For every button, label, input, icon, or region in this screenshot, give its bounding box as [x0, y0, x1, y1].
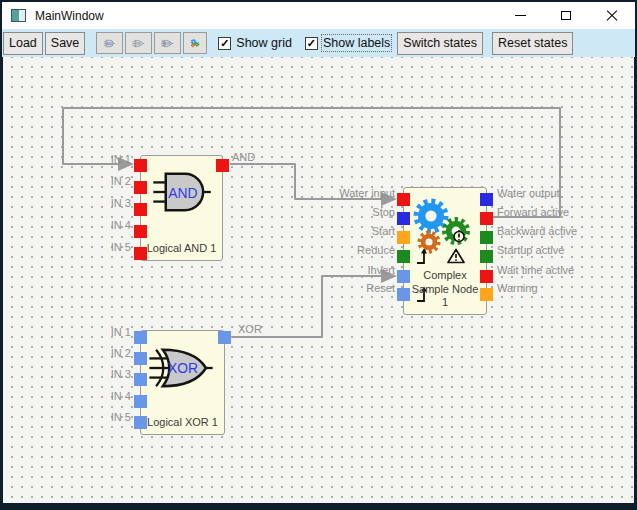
- minimize-button[interactable]: [497, 2, 543, 29]
- complex-input-label-water: Water input: [309, 187, 395, 199]
- svg-text:AND: AND: [168, 185, 197, 201]
- node-logical-and[interactable]: AND Logical AND 1: [140, 155, 223, 261]
- save-button[interactable]: Save: [45, 32, 86, 55]
- maximize-button[interactable]: [543, 2, 589, 29]
- app-window-icon: [11, 9, 26, 22]
- complex-input-label-invert: Invert: [309, 264, 395, 276]
- and-port-in4[interactable]: [134, 225, 147, 238]
- main-window: MainWindow Load Save AND: [0, 0, 637, 510]
- and-in4-label: IN 4: [88, 219, 131, 231]
- complex-output-label-waittime: Wait time active: [497, 264, 574, 276]
- and-port-in2[interactable]: [134, 181, 147, 194]
- complex-input-label-reset: Reset: [309, 282, 395, 294]
- reset-states-button[interactable]: Reset states: [492, 32, 573, 55]
- load-button[interactable]: Load: [3, 32, 43, 55]
- blue-gear-icon: [417, 202, 445, 230]
- toolbar: Load Save AND OR: [2, 29, 635, 57]
- complex-output-label-startup: Startup active: [497, 244, 564, 256]
- xor-gate-icon: XOR: [146, 345, 218, 391]
- complex-output-label-water: Water output: [497, 187, 560, 199]
- xor-in3-label: IN 3: [88, 368, 131, 380]
- close-button[interactable]: [589, 2, 635, 29]
- node-logical-xor[interactable]: XOR Logical XOR 1: [140, 330, 225, 435]
- show-labels-checkbox[interactable]: ✓: [305, 37, 318, 50]
- complex-input-label-reduce: Reduce: [309, 244, 395, 256]
- xor-node-title: Logical XOR 1: [141, 416, 224, 428]
- wires-layer: [3, 57, 634, 503]
- complex-output-label-warning: Warning: [497, 282, 538, 294]
- add-complex-node-button[interactable]: [183, 32, 207, 54]
- and-in5-label: IN 5: [88, 241, 131, 253]
- window-title: MainWindow: [35, 9, 104, 23]
- window-controls: [497, 2, 635, 29]
- window-close-icon: [606, 10, 618, 22]
- complex-output-label-forward: Forward active: [497, 206, 569, 218]
- window-minimize-icon: [515, 15, 526, 16]
- show-labels-label[interactable]: Show labels: [323, 36, 390, 50]
- add-and-node-button[interactable]: AND: [96, 32, 123, 54]
- xor-port-output[interactable]: [218, 331, 231, 344]
- xor-port-in4[interactable]: [134, 395, 147, 408]
- xor-in5-label: IN 5: [88, 411, 131, 423]
- show-grid-group: ✓ Show grid: [218, 36, 292, 50]
- node-complex-sample[interactable]: Complex Sample Node 1: [403, 187, 487, 315]
- complex-output-label-backward: Backward active: [497, 225, 577, 237]
- add-xor-node-button[interactable]: XOR: [154, 32, 181, 54]
- and-in3-label: IN 3: [88, 197, 131, 209]
- show-labels-group: ✓ Show labels: [305, 36, 390, 50]
- warning-triangle-icon: [448, 250, 464, 263]
- complex-input-label-stop: Stop: [309, 206, 395, 218]
- xor-port-in1[interactable]: [134, 331, 147, 344]
- or-gate-icon: OR: [132, 36, 145, 51]
- orange-gear-icon: [420, 233, 438, 251]
- complex-input-label-start: Start: [309, 225, 395, 237]
- node-editor-canvas[interactable]: IN 1 IN 2 IN 3 IN 4 IN 5 AND AND Logical…: [3, 57, 634, 503]
- add-or-node-button[interactable]: OR: [125, 32, 152, 54]
- svg-text:XOR: XOR: [168, 360, 198, 376]
- xor-output-label: XOR: [238, 323, 262, 335]
- and-output-label: AND: [232, 151, 255, 163]
- xor-in4-label: IN 4: [88, 390, 131, 402]
- gears-icon: [190, 34, 200, 52]
- and-in2-label: IN 2: [88, 175, 131, 187]
- and-port-in3[interactable]: [134, 203, 147, 216]
- show-grid-label[interactable]: Show grid: [236, 36, 292, 50]
- window-maximize-icon: [561, 11, 571, 20]
- xor-in1-label: IN 1: [88, 326, 131, 338]
- and-port-in1[interactable]: [134, 159, 147, 172]
- show-grid-checkbox[interactable]: ✓: [218, 37, 231, 50]
- complex-node-title: Complex Sample Node 1: [404, 269, 486, 310]
- and-gate-icon: AND: [148, 169, 218, 215]
- and-node-title: Logical AND 1: [141, 242, 222, 254]
- xor-gate-icon: XOR: [161, 36, 174, 51]
- and-gate-icon: AND: [103, 36, 116, 51]
- and-in1-label: IN 1: [88, 153, 131, 165]
- titlebar[interactable]: MainWindow: [2, 2, 635, 29]
- switch-states-button[interactable]: Switch states: [397, 32, 483, 55]
- xor-in2-label: IN 2: [88, 347, 131, 359]
